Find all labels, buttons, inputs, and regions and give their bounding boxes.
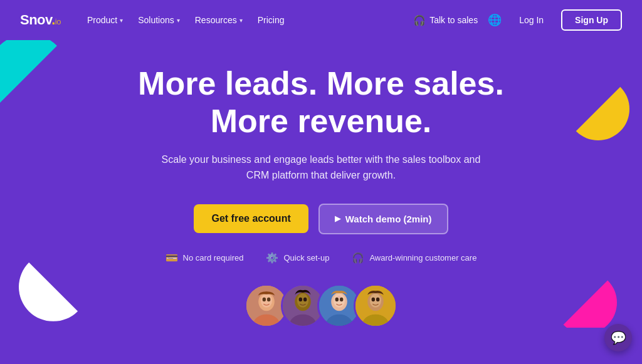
nav-product[interactable]: Product ▾ <box>81 10 129 30</box>
svg-point-17 <box>340 298 343 301</box>
svg-point-10 <box>299 298 302 301</box>
globe-icon[interactable]: 🌐 <box>488 13 502 27</box>
feature-quick-setup: ⚙️ Quick set-up <box>266 252 329 264</box>
shape-bl <box>19 252 88 321</box>
navbar: Snov.io Product ▾ Solutions ▾ Resources … <box>0 0 642 40</box>
nav-links: Product ▾ Solutions ▾ Resources ▾ Pricin… <box>81 10 413 30</box>
logo-sub: io <box>55 17 61 26</box>
svg-point-5 <box>267 298 270 301</box>
get-free-account-button[interactable]: Get free account <box>194 204 308 233</box>
signup-button[interactable]: Sign Up <box>561 9 622 31</box>
cta-buttons: Get free account ▶ Watch demo (2min) <box>194 204 448 234</box>
feature-customer-care: 🎧 Award-winning customer care <box>352 252 476 264</box>
feature-no-card: 💳 No card required <box>166 252 244 264</box>
svg-point-11 <box>303 298 307 301</box>
chevron-down-icon: ▾ <box>177 17 180 24</box>
headphone-icon: 🎧 <box>413 14 426 26</box>
settings-icon: ⚙️ <box>266 252 278 264</box>
logo-text: Snov.io <box>20 12 61 28</box>
svg-point-24 <box>376 298 379 301</box>
nav-right: 🎧 Talk to sales 🌐 Log In Sign Up <box>413 9 622 31</box>
headset-icon: 🎧 <box>352 252 364 264</box>
hero-section: More leads. More sales. More revenue. Sc… <box>0 40 642 328</box>
features-list: 💳 No card required ⚙️ Quick set-up 🎧 Awa… <box>166 252 477 264</box>
nav-pricing[interactable]: Pricing <box>251 10 291 30</box>
hero-subtitle: Scale your business and engage leads bet… <box>158 152 484 184</box>
play-icon: ▶ <box>335 214 340 223</box>
shape-tl <box>0 40 69 115</box>
avatar <box>354 284 397 328</box>
nav-solutions[interactable]: Solutions ▾ <box>132 10 186 30</box>
logo-accent: . <box>51 12 55 28</box>
login-button[interactable]: Log In <box>512 11 551 29</box>
svg-point-23 <box>372 298 375 301</box>
avatars-group <box>245 284 397 328</box>
nav-resources[interactable]: Resources ▾ <box>189 10 249 30</box>
watch-demo-button[interactable]: ▶ Watch demo (2min) <box>318 204 448 234</box>
shape-br <box>554 271 617 328</box>
card-icon: 💳 <box>166 252 178 264</box>
chat-icon: 💬 <box>611 330 626 345</box>
logo[interactable]: Snov.io <box>20 12 61 28</box>
chat-button[interactable]: 💬 <box>604 324 632 351</box>
svg-rect-18 <box>337 296 340 298</box>
hero-title: More leads. More sales. More revenue. <box>138 65 504 140</box>
svg-point-4 <box>263 298 266 301</box>
chevron-down-icon: ▾ <box>239 17 243 24</box>
chevron-down-icon: ▾ <box>120 17 123 24</box>
talk-to-sales-button[interactable]: 🎧 Talk to sales <box>413 14 478 26</box>
shape-tr <box>567 78 629 140</box>
svg-point-16 <box>335 298 339 301</box>
